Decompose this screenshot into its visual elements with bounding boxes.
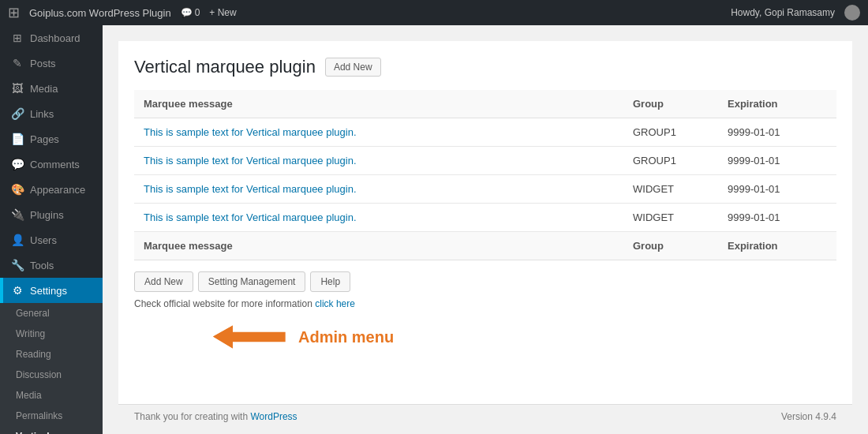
sidebar-item-tools[interactable]: 🔧 Tools <box>0 253 103 278</box>
arrow-annotation <box>213 317 292 357</box>
content-wrap: Vertical marquee plugin Add New Marquee … <box>118 41 852 404</box>
main-content: Vertical marquee plugin Add New Marquee … <box>103 25 868 434</box>
svg-marker-0 <box>213 325 286 348</box>
table-row: This is sample text for Vertical marquee… <box>134 204 836 232</box>
bottom-actions: Add New Setting Management Help <box>134 271 836 292</box>
message-link[interactable]: This is sample text for Vertical marquee… <box>144 155 357 166</box>
settings-submenu: General Writing Reading Discussion Media… <box>0 303 103 434</box>
version-text: Version 4.9.4 <box>781 411 836 422</box>
comments-icon: 💬 <box>181 7 193 18</box>
col-message: Marquee message <box>134 90 623 118</box>
svg-marker-1 <box>213 325 233 348</box>
tools-icon: 🔧 <box>11 259 24 271</box>
admin-bar: ⊞ Goiplus.com WordPress Plugin 💬 0 + New… <box>0 0 868 25</box>
expiration-cell: 9999-01-01 <box>718 204 836 232</box>
submenu-writing[interactable]: Writing <box>0 324 103 344</box>
sidebar-item-posts[interactable]: ✎ Posts <box>0 51 103 76</box>
wordpress-link[interactable]: WordPress <box>250 411 297 422</box>
sidebar-item-label: Posts <box>30 58 56 69</box>
sidebar-item-label: Media <box>30 83 58 95</box>
submenu-permalinks[interactable]: Permalinks <box>0 406 103 426</box>
sidebar-item-label: Links <box>30 108 54 120</box>
admin-menu-annotation-label: Admin menu <box>298 328 394 346</box>
menu-items-list: ⊞ Dashboard ✎ Posts 🖼 Media 🔗 Links 📄 <box>0 25 103 434</box>
sidebar-item-media[interactable]: 🖼 Media <box>0 76 103 101</box>
pages-icon: 📄 <box>11 133 24 145</box>
help-button[interactable]: Help <box>310 271 350 292</box>
submenu-general[interactable]: General <box>0 303 103 324</box>
sidebar-item-comments[interactable]: 💬 Comments <box>0 152 103 177</box>
page-title: Vertical marquee plugin <box>134 57 316 77</box>
add-new-button[interactable]: Add New <box>325 58 381 77</box>
dashboard-icon: ⊞ <box>11 32 24 44</box>
submenu-discussion[interactable]: Discussion <box>0 365 103 385</box>
comments-menu-icon: 💬 <box>11 158 24 170</box>
sidebar-item-pages[interactable]: 📄 Pages <box>0 126 103 152</box>
add-new-bottom-button[interactable]: Add New <box>134 271 193 292</box>
table-header-row: Marquee message Group Expiration <box>134 90 836 118</box>
comments-count: 0 <box>195 7 200 18</box>
message-link[interactable]: This is sample text for Vertical marquee… <box>144 126 357 138</box>
media-icon: 🖼 <box>11 82 24 95</box>
sidebar-item-label: Settings <box>30 285 67 297</box>
sidebar-item-links[interactable]: 🔗 Links <box>0 101 103 126</box>
posts-icon: ✎ <box>11 57 24 69</box>
sidebar-item-label: Tools <box>30 260 54 271</box>
expiration-cell: 9999-01-01 <box>718 147 836 175</box>
page-title-area: Vertical marquee plugin Add New <box>134 57 836 77</box>
admin-sidebar: ⊞ Dashboard ✎ Posts 🖼 Media 🔗 Links 📄 <box>0 25 103 434</box>
sidebar-item-label: Pages <box>30 133 59 145</box>
group-cell: WIDGET <box>623 204 718 232</box>
submenu-vertical-marquee[interactable]: Vertical marquee <box>0 426 103 434</box>
group-cell: GROUP1 <box>623 118 718 147</box>
annotation-container: Admin menu <box>213 317 394 357</box>
sidebar-item-plugins[interactable]: 🔌 Plugins <box>0 202 103 227</box>
sidebar-item-settings[interactable]: ⚙ Settings <box>0 278 103 303</box>
table-row: This is sample text for Vertical marquee… <box>134 118 836 147</box>
col-expiration: Expiration <box>718 90 836 118</box>
footer-text: Thank you for creating with WordPress <box>134 411 297 422</box>
message-link[interactable]: This is sample text for Vertical marquee… <box>144 211 357 223</box>
sidebar-item-label: Comments <box>30 159 80 170</box>
plugins-icon: 🔌 <box>11 208 24 221</box>
check-link-text: Check official website for more informat… <box>134 298 836 309</box>
submenu-reading[interactable]: Reading <box>0 344 103 365</box>
sidebar-item-label: Dashboard <box>30 32 80 44</box>
avatar <box>844 5 860 21</box>
marquee-table: Marquee message Group Expiration This is… <box>134 90 836 260</box>
sidebar-item-appearance[interactable]: 🎨 Appearance <box>0 177 103 202</box>
table-row: This is sample text for Vertical marquee… <box>134 147 836 175</box>
sidebar-item-dashboard[interactable]: ⊞ Dashboard <box>0 25 103 51</box>
col-message-footer: Marquee message <box>134 232 623 260</box>
page-footer: Thank you for creating with WordPress Ve… <box>118 404 852 428</box>
sidebar-item-label: Plugins <box>30 209 64 221</box>
wp-logo-icon: ⊞ <box>8 4 20 21</box>
settings-icon: ⚙ <box>11 284 24 297</box>
table-footer-row: Marquee message Group Expiration <box>134 232 836 260</box>
group-cell: WIDGET <box>623 175 718 204</box>
group-cell: GROUP1 <box>623 147 718 175</box>
links-icon: 🔗 <box>11 107 24 120</box>
check-official-text: Check official website for more informat… <box>134 298 312 309</box>
message-link[interactable]: This is sample text for Vertical marquee… <box>144 183 357 195</box>
col-expiration-footer: Expiration <box>718 232 836 260</box>
sidebar-item-label: Users <box>30 234 57 246</box>
submenu-media[interactable]: Media <box>0 385 103 406</box>
users-icon: 👤 <box>11 234 24 246</box>
table-row: This is sample text for Vertical marquee… <box>134 175 836 204</box>
appearance-icon: 🎨 <box>11 183 24 196</box>
howdy-text: Howdy, Gopi Ramasamy <box>731 7 835 18</box>
setting-management-button[interactable]: Setting Management <box>198 271 306 292</box>
expiration-cell: 9999-01-01 <box>718 175 836 204</box>
col-group-footer: Group <box>623 232 718 260</box>
site-name[interactable]: Goiplus.com WordPress Plugin <box>29 7 171 19</box>
new-content-link[interactable]: + New <box>209 7 236 18</box>
sidebar-item-users[interactable]: 👤 Users <box>0 227 103 253</box>
click-here-link[interactable]: click here <box>315 298 355 309</box>
expiration-cell: 9999-01-01 <box>718 118 836 147</box>
table-body: This is sample text for Vertical marquee… <box>134 118 836 232</box>
sidebar-item-label: Appearance <box>30 184 85 196</box>
comments-link[interactable]: 💬 0 <box>181 7 200 18</box>
col-group: Group <box>623 90 718 118</box>
